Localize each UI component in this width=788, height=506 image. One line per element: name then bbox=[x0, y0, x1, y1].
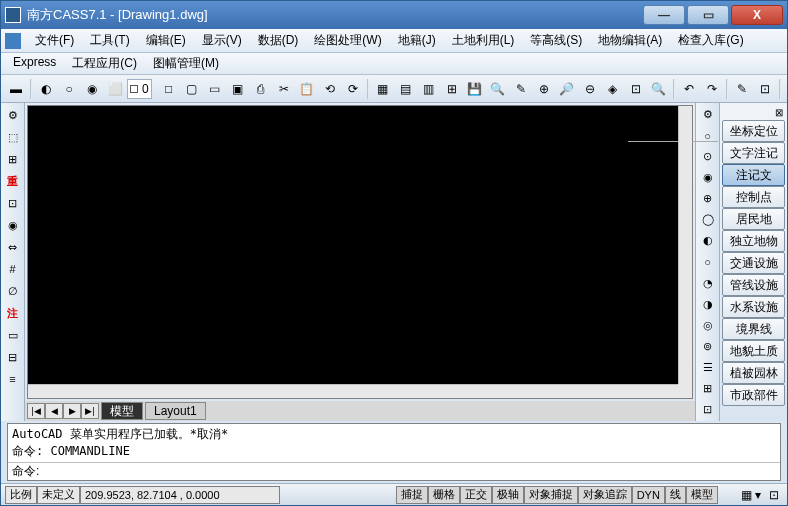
ltool-3[interactable]: 重 bbox=[3, 171, 23, 191]
status-btn-8[interactable]: 模型 bbox=[686, 486, 718, 504]
menu2-1[interactable]: 工程应用(C) bbox=[64, 53, 145, 74]
ltool-0[interactable]: ⚙ bbox=[3, 105, 23, 125]
ltool-6[interactable]: ⇔ bbox=[3, 237, 23, 257]
status-btn-1[interactable]: 栅格 bbox=[428, 486, 460, 504]
panel-btn-10[interactable]: 地貌土质 bbox=[722, 340, 785, 362]
tool2-12[interactable]: ▥ bbox=[418, 78, 440, 100]
menu2-2[interactable]: 图幅管理(M) bbox=[145, 53, 227, 74]
menu-6[interactable]: 地籍(J) bbox=[390, 30, 444, 51]
close-button[interactable]: X bbox=[731, 5, 783, 25]
tool2-30[interactable]: ▦ bbox=[784, 78, 788, 100]
status-btn-3[interactable]: 极轴 bbox=[492, 486, 524, 504]
ltool-10[interactable]: ▭ bbox=[3, 325, 23, 345]
tool1-2[interactable]: ◐ bbox=[35, 78, 57, 100]
status-btn-0[interactable]: 捕捉 bbox=[396, 486, 428, 504]
tool2-11[interactable]: ▤ bbox=[395, 78, 417, 100]
tab-模型[interactable]: 模型 bbox=[101, 402, 143, 420]
tabnav-0[interactable]: |◀ bbox=[27, 403, 45, 419]
rtool-6[interactable]: ◐ bbox=[698, 231, 718, 250]
tool2-20[interactable]: ◈ bbox=[602, 78, 624, 100]
ltool-5[interactable]: ◉ bbox=[3, 215, 23, 235]
ltool-9[interactable]: 注 bbox=[3, 303, 23, 323]
menu-1[interactable]: 工具(T) bbox=[82, 30, 137, 51]
panel-btn-0[interactable]: 坐标定位 bbox=[722, 120, 785, 142]
panel-btn-11[interactable]: 植被园林 bbox=[722, 362, 785, 384]
ltool-7[interactable]: # bbox=[3, 259, 23, 279]
tool2-8[interactable]: ⟳ bbox=[342, 78, 364, 100]
panel-btn-5[interactable]: 独立地物 bbox=[722, 230, 785, 252]
menu-7[interactable]: 土地利用(L) bbox=[444, 30, 523, 51]
tool2-7[interactable]: ⟲ bbox=[319, 78, 341, 100]
scrollbar-horizontal[interactable] bbox=[28, 384, 678, 398]
panel-btn-7[interactable]: 管线设施 bbox=[722, 274, 785, 296]
tool2-5[interactable]: ✂ bbox=[273, 78, 295, 100]
tabnav-3[interactable]: ▶| bbox=[81, 403, 99, 419]
panel-btn-4[interactable]: 居民地 bbox=[722, 208, 785, 230]
tool2-6[interactable]: 📋 bbox=[296, 78, 318, 100]
rtool-3[interactable]: ◉ bbox=[698, 168, 718, 187]
tool1-0[interactable]: ▬ bbox=[5, 78, 27, 100]
scrollbar-vertical[interactable] bbox=[678, 106, 692, 384]
status-btn-4[interactable]: 对象捕捉 bbox=[524, 486, 578, 504]
tool2-4[interactable]: ⎙ bbox=[250, 78, 272, 100]
tool2-14[interactable]: 💾 bbox=[464, 78, 486, 100]
menu-0[interactable]: 文件(F) bbox=[27, 30, 82, 51]
status-icon-1[interactable]: ▦ bbox=[741, 488, 755, 502]
menu-4[interactable]: 数据(D) bbox=[250, 30, 307, 51]
menu2-0[interactable]: Express bbox=[5, 53, 64, 74]
tool1-3[interactable]: ○ bbox=[58, 78, 80, 100]
tabnav-1[interactable]: ◀ bbox=[45, 403, 63, 419]
menu-8[interactable]: 等高线(S) bbox=[522, 30, 590, 51]
status-icon-2[interactable]: ▾ bbox=[755, 488, 769, 502]
menu-9[interactable]: 地物编辑(A) bbox=[590, 30, 670, 51]
tool2-27[interactable]: ✎ bbox=[731, 78, 753, 100]
rtool-12[interactable]: ☰ bbox=[698, 358, 718, 377]
rtool-13[interactable]: ⊞ bbox=[698, 379, 718, 398]
layer-combo[interactable]: 0 bbox=[127, 79, 152, 99]
tool2-16[interactable]: ✎ bbox=[510, 78, 532, 100]
tool2-10[interactable]: ▦ bbox=[372, 78, 394, 100]
ltool-1[interactable]: ⬚ bbox=[3, 127, 23, 147]
tool2-18[interactable]: 🔎 bbox=[556, 78, 578, 100]
status-btn-6[interactable]: DYN bbox=[632, 486, 665, 504]
ltool-2[interactable]: ⊞ bbox=[3, 149, 23, 169]
status-btn-7[interactable]: 线 bbox=[665, 486, 686, 504]
panel-btn-9[interactable]: 境界线 bbox=[722, 318, 785, 340]
tool2-19[interactable]: ⊖ bbox=[579, 78, 601, 100]
rtool-1[interactable]: ○ bbox=[698, 126, 718, 145]
tool2-0[interactable]: □ bbox=[158, 78, 180, 100]
ltool-11[interactable]: ⊟ bbox=[3, 347, 23, 367]
rtool-5[interactable]: ◯ bbox=[698, 210, 718, 229]
rtool-10[interactable]: ◎ bbox=[698, 316, 718, 335]
tool2-2[interactable]: ▭ bbox=[204, 78, 226, 100]
panel-btn-3[interactable]: 控制点 bbox=[722, 186, 785, 208]
menu-2[interactable]: 编辑(E) bbox=[138, 30, 194, 51]
minimize-button[interactable]: — bbox=[643, 5, 685, 25]
panel-btn-1[interactable]: 文字注记 bbox=[722, 142, 785, 164]
ltool-8[interactable]: ∅ bbox=[3, 281, 23, 301]
menu-10[interactable]: 检查入库(G) bbox=[670, 30, 751, 51]
rtool-4[interactable]: ⊕ bbox=[698, 189, 718, 208]
tool2-3[interactable]: ▣ bbox=[227, 78, 249, 100]
command-input[interactable]: 命令: bbox=[8, 462, 780, 480]
rtool-7[interactable]: ○ bbox=[698, 252, 718, 271]
drawing-viewport[interactable] bbox=[28, 106, 692, 398]
tab-Layout1[interactable]: Layout1 bbox=[145, 402, 206, 420]
panel-btn-6[interactable]: 交通设施 bbox=[722, 252, 785, 274]
rtool-11[interactable]: ⊚ bbox=[698, 337, 718, 356]
status-icon-3[interactable]: ⊡ bbox=[769, 488, 783, 502]
tool2-24[interactable]: ↶ bbox=[678, 78, 700, 100]
menu-3[interactable]: 显示(V) bbox=[194, 30, 250, 51]
panel-btn-2[interactable]: 注记文 bbox=[722, 164, 785, 186]
panel-btn-12[interactable]: 市政部件 bbox=[722, 384, 785, 406]
tool2-15[interactable]: 🔍 bbox=[487, 78, 509, 100]
panel-close-icon[interactable]: ⊠ bbox=[722, 107, 785, 118]
rtool-2[interactable]: ⊙ bbox=[698, 147, 718, 166]
rtool-9[interactable]: ◑ bbox=[698, 295, 718, 314]
maximize-button[interactable]: ▭ bbox=[687, 5, 729, 25]
tool1-4[interactable]: ◉ bbox=[81, 78, 103, 100]
status-btn-2[interactable]: 正交 bbox=[460, 486, 492, 504]
menu-5[interactable]: 绘图处理(W) bbox=[306, 30, 389, 51]
status-btn-5[interactable]: 对象追踪 bbox=[578, 486, 632, 504]
tool2-13[interactable]: ⊞ bbox=[441, 78, 463, 100]
